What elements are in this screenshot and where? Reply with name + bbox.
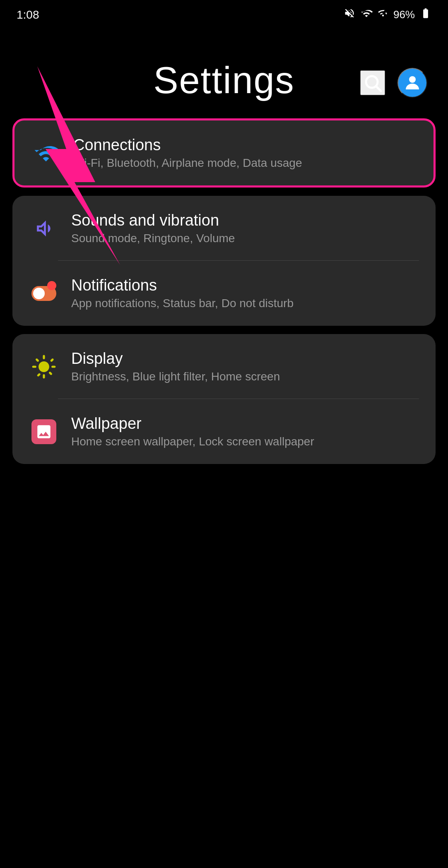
mute-icon [344,7,355,22]
header-actions [360,68,427,98]
wifi-status-icon [360,7,373,22]
wallpaper-title: Wallpaper [71,415,314,433]
sounds-subtitle: Sound mode, Ringtone, Volume [71,232,235,245]
settings-list: Connections Wi-Fi, Bluetooth, Airplane m… [0,118,448,464]
status-icons: 96% [344,7,431,22]
account-avatar-button[interactable] [397,68,427,98]
notifications-icon [29,279,59,308]
svg-point-3 [409,76,416,83]
sounds-notifications-card: Sounds and vibration Sound mode, Rington… [12,196,436,326]
display-title: Display [71,350,280,368]
wallpaper-icon-container [29,417,59,447]
sounds-text: Sounds and vibration Sound mode, Rington… [71,212,235,245]
settings-item-wallpaper[interactable]: Wallpaper Home screen wallpaper, Lock sc… [12,399,436,464]
search-button[interactable] [360,70,385,95]
svg-line-2 [376,87,381,91]
page-title: Settings [153,59,294,102]
connections-title: Connections [73,136,302,154]
page-header: Settings [0,26,448,118]
avatar-icon [402,73,422,93]
status-time: 1:08 [17,8,39,22]
battery-icon [420,7,431,22]
display-icon [29,352,59,382]
settings-item-sounds[interactable]: Sounds and vibration Sound mode, Rington… [12,196,436,261]
settings-item-display[interactable]: Display Brightness, Blue light filter, H… [12,334,436,399]
sounds-title: Sounds and vibration [71,212,235,229]
display-text: Display Brightness, Blue light filter, H… [71,350,280,383]
settings-item-connections[interactable]: Connections Wi-Fi, Bluetooth, Airplane m… [14,120,434,185]
notifications-title: Notifications [71,277,294,294]
battery-percentage: 96% [393,8,415,21]
signal-icon [378,7,388,22]
connections-text: Connections Wi-Fi, Bluetooth, Airplane m… [73,136,302,170]
display-wallpaper-card: Display Brightness, Blue light filter, H… [12,334,436,464]
wallpaper-text: Wallpaper Home screen wallpaper, Lock sc… [71,415,314,448]
wallpaper-subtitle: Home screen wallpaper, Lock screen wallp… [71,435,314,448]
status-bar: 1:08 96% [0,0,448,26]
notifications-subtitle: App notifications, Status bar, Do not di… [71,297,294,310]
display-subtitle: Brightness, Blue light filter, Home scre… [71,370,280,383]
connections-card[interactable]: Connections Wi-Fi, Bluetooth, Airplane m… [12,118,436,188]
sounds-icon [29,214,59,243]
search-icon [363,73,383,93]
settings-item-notifications[interactable]: Notifications App notifications, Status … [12,261,436,326]
connections-subtitle: Wi-Fi, Bluetooth, Airplane mode, Data us… [73,156,302,170]
notifications-text: Notifications App notifications, Status … [71,277,294,310]
connections-icon [31,138,61,168]
